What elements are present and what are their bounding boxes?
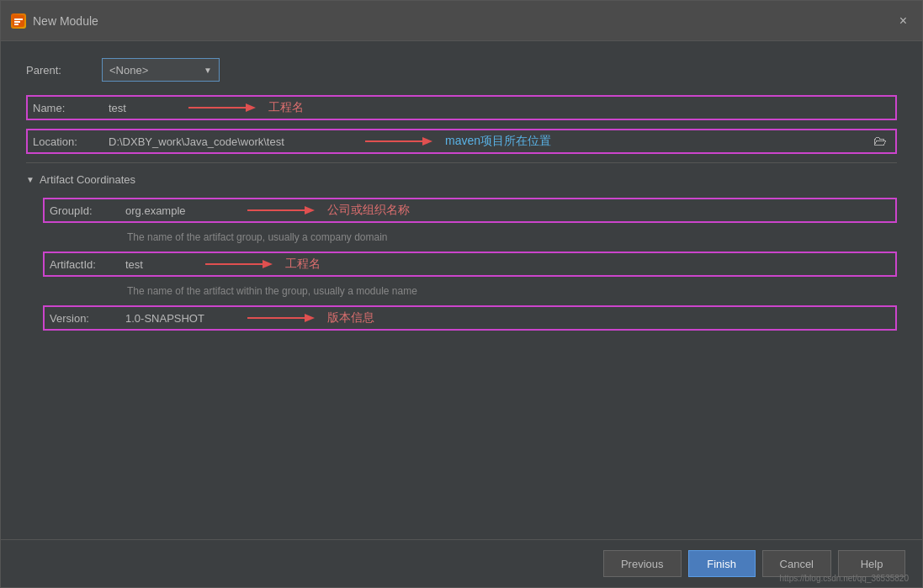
- svg-marker-13: [305, 314, 315, 322]
- name-arrow-icon: [188, 99, 256, 116]
- groupid-field-row: GroupId: 公司或组织名称: [43, 198, 897, 223]
- location-label: Location:: [33, 135, 109, 148]
- groupid-annotation: 公司或组织名称: [327, 203, 410, 218]
- title-bar: New Module ×: [1, 1, 922, 41]
- artifactid-arrow-icon: [205, 256, 273, 273]
- svg-rect-1: [14, 19, 23, 20]
- version-label: Version:: [50, 312, 125, 325]
- version-annotation: 版本信息: [327, 310, 374, 326]
- previous-button[interactable]: Previous: [603, 550, 682, 577]
- groupid-label: GroupId:: [50, 204, 125, 217]
- new-module-dialog: New Module × Parent: <None> ▼ Name: 工程名: [0, 0, 923, 588]
- artifactid-annotation-container: 工程名: [193, 256, 890, 273]
- version-input[interactable]: [125, 312, 235, 325]
- svg-marker-9: [305, 206, 315, 215]
- location-annotation-container: maven项目所在位置: [353, 133, 873, 150]
- location-input[interactable]: [109, 135, 353, 148]
- collapse-triangle-icon[interactable]: ▼: [26, 175, 34, 184]
- app-icon: [11, 13, 26, 29]
- groupid-arrow-icon: [247, 202, 315, 219]
- artifact-coordinates-label: Artifact Coordinates: [40, 173, 135, 186]
- svg-marker-5: [246, 103, 256, 112]
- svg-marker-7: [422, 137, 432, 146]
- dialog-body: Parent: <None> ▼ Name: 工程名 Location:: [1, 41, 922, 539]
- finish-button[interactable]: Finish: [688, 550, 756, 577]
- groupid-input[interactable]: [125, 204, 235, 217]
- separator: [26, 162, 897, 163]
- svg-marker-11: [263, 260, 273, 268]
- browse-icon[interactable]: 🗁: [873, 134, 887, 149]
- name-annotation-container: 工程名: [176, 99, 890, 116]
- name-annotation: 工程名: [268, 100, 304, 115]
- watermark: https://blog.csdn.net/qq_36535820: [780, 571, 909, 584]
- version-arrow-icon: [247, 310, 315, 326]
- parent-row: Parent: <None> ▼: [26, 58, 897, 82]
- location-annotation: maven项目所在位置: [445, 134, 551, 149]
- name-input[interactable]: [109, 102, 176, 114]
- artifactid-input[interactable]: [125, 258, 193, 271]
- version-field-row: Version: 版本信息: [43, 305, 897, 331]
- groupid-annotation-container: 公司或组织名称: [235, 202, 890, 219]
- name-label: Name:: [33, 102, 109, 114]
- location-arrow-icon: [365, 133, 432, 150]
- parent-dropdown[interactable]: <None> ▼: [102, 58, 220, 82]
- artifact-block: GroupId: 公司或组织名称 The name of the artifac…: [26, 198, 897, 331]
- dialog-title: New Module: [33, 14, 894, 28]
- parent-value: <None>: [109, 64, 148, 77]
- artifactid-field-row: ArtifactId: 工程名: [43, 252, 897, 277]
- artifact-coordinates-header: ▼ Artifact Coordinates: [26, 173, 897, 186]
- chevron-down-icon: ▼: [204, 66, 212, 75]
- artifactid-label: ArtifactId:: [50, 258, 125, 271]
- svg-rect-2: [14, 21, 20, 23]
- location-field-row: Location: maven项目所在位置 🗁: [26, 129, 897, 154]
- svg-rect-3: [14, 24, 19, 25]
- name-field-row: Name: 工程名: [26, 95, 897, 120]
- dialog-footer: Previous Finish Cancel Help https://blog…: [1, 539, 922, 587]
- artifactid-hint: The name of the artifact within the grou…: [43, 285, 897, 297]
- close-button[interactable]: ×: [894, 12, 912, 30]
- version-annotation-container: 版本信息: [235, 310, 890, 326]
- groupid-hint: The name of the artifact group, usually …: [43, 231, 897, 243]
- artifactid-annotation: 工程名: [285, 257, 321, 272]
- parent-label: Parent:: [26, 64, 102, 77]
